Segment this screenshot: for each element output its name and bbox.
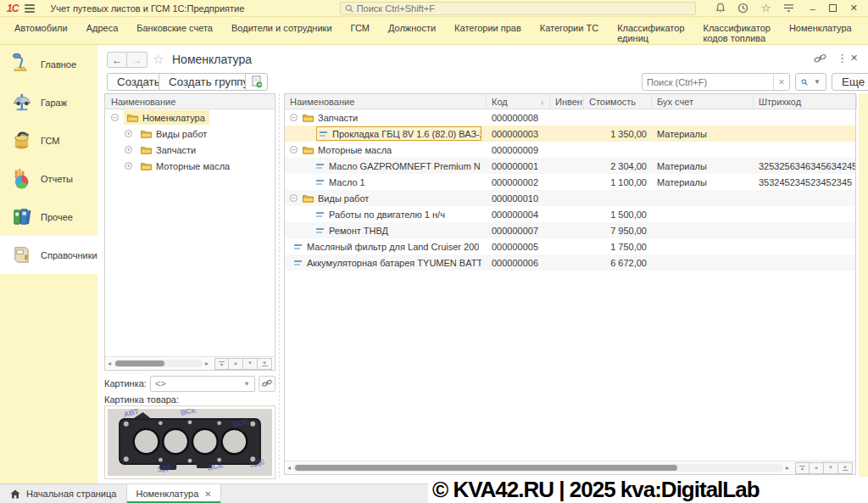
notifications-bell-icon[interactable] [715, 3, 726, 14]
list-search-box[interactable]: ✕ [642, 73, 790, 91]
service-menu-icon[interactable] [783, 3, 795, 14]
main-menu-icon[interactable] [25, 4, 35, 13]
create-group-button[interactable]: Создать группу [159, 73, 259, 91]
tree-column-header[interactable]: Наименование [105, 94, 275, 109]
more-button[interactable]: Еще▼ [832, 73, 868, 91]
global-search-input[interactable] [357, 3, 691, 14]
minimize-button[interactable]: – [810, 3, 815, 14]
cell [754, 254, 855, 271]
cell [754, 190, 855, 206]
maximize-button[interactable] [829, 4, 837, 12]
column-header-5[interactable]: Штрихкод [754, 94, 857, 109]
menu-item-2[interactable]: Банковские счета [127, 20, 222, 36]
column-header-0[interactable]: Наименование [285, 94, 487, 109]
scroll-right-icon[interactable]: ▸ [205, 360, 209, 367]
list-search-input[interactable] [643, 77, 773, 87]
collapse-icon[interactable]: − [290, 146, 298, 154]
table-row[interactable]: Масляный фильтр для Land Cruiser 2000000… [285, 238, 855, 254]
column-header-3[interactable]: Стоимость [584, 94, 652, 109]
menu-item-1[interactable]: Адреса [77, 20, 128, 36]
move-up-button[interactable]: ▲ [810, 462, 824, 474]
column-header-2[interactable]: Инвента... [550, 94, 584, 109]
menu-item-0[interactable]: Автомобили [5, 20, 77, 36]
sidebar-item-otchety[interactable]: Отчеты [0, 159, 97, 198]
menu-item-5[interactable]: Должности [379, 20, 445, 36]
column-header-4[interactable]: Бух счет [652, 94, 754, 109]
tree-h-scrollbar[interactable]: ◂ ▸ ▲ ▲ ▼ ▼ [105, 356, 275, 370]
back-button[interactable]: ← [107, 52, 127, 68]
table-row[interactable]: −Виды работ000000010 [285, 190, 855, 206]
favorites-star-icon[interactable]: ☆ [760, 3, 772, 14]
close-tab-icon[interactable]: ✕ [204, 489, 211, 499]
column-header-1[interactable]: Код↓ [487, 94, 550, 109]
list-scroll-track[interactable] [293, 464, 783, 472]
close-window-button[interactable]: ✕ [850, 3, 858, 14]
collapse-icon[interactable]: − [290, 114, 298, 121]
get-link-icon[interactable] [814, 53, 826, 65]
tree-node[interactable]: +Моторные масла [105, 158, 275, 174]
clear-search-icon[interactable]: ✕ [773, 74, 789, 90]
menu-item-4[interactable]: ГСМ [342, 20, 379, 36]
move-down-button[interactable]: ▼ [243, 358, 258, 370]
move-top-button[interactable]: ▲ [795, 462, 810, 474]
window-titlebar: 1С Учет путевых листов и ГСМ 1С:Предприя… [0, 0, 868, 17]
scroll-left-icon[interactable]: ◂ [108, 360, 111, 367]
row-name: Работы по двигателю 1 н/ч [329, 210, 445, 220]
expand-icon[interactable]: + [125, 146, 132, 154]
sidebar-item-garazh[interactable]: Гараж [0, 83, 97, 121]
tree-scroll-track[interactable] [114, 360, 203, 367]
move-top-button[interactable]: ▲ [214, 358, 229, 370]
menu-item-10[interactable]: Номенклатура [780, 20, 861, 36]
sidebar-item-prochee[interactable]: Прочее [0, 198, 97, 236]
cell: 353245234523452345 [754, 174, 855, 190]
copy-item-button[interactable] [245, 73, 268, 91]
tab-nomenklatura[interactable]: Номенклатура ✕ [126, 484, 220, 503]
picture-open-link-button[interactable] [259, 376, 275, 392]
menu-item-3[interactable]: Водители и сотрудники [222, 20, 342, 36]
chevron-down-icon[interactable]: ▼ [243, 380, 250, 388]
table-row[interactable]: Масло 10000000021 100,00Материалы3532452… [285, 174, 855, 190]
move-up-button[interactable]: ▲ [229, 358, 243, 370]
move-down-button[interactable]: ▼ [824, 462, 838, 474]
menu-item-11[interactable]: Номенклатура ПЛ [861, 20, 868, 36]
table-row[interactable]: Работы по двигателю 1 н/ч0000000041 500,… [285, 206, 855, 222]
folder-icon [303, 193, 314, 203]
list-h-scrollbar[interactable]: ◂ ▸ ▲ ▲ ▼ ▼ [285, 461, 855, 474]
panel-splitter[interactable] [279, 93, 280, 478]
expand-icon[interactable]: + [125, 162, 132, 170]
collapse-icon[interactable]: − [290, 194, 298, 202]
history-clock-icon[interactable] [737, 3, 749, 14]
table-row[interactable]: Аккумуляторная батарея TYUMEN BATTERY Тю… [285, 254, 855, 271]
scroll-right-icon[interactable]: ▸ [786, 464, 789, 472]
table-row[interactable]: Масло GAZPROMNEFT Premium N 5W-40 5 ...0… [285, 158, 855, 174]
table-row[interactable]: −Моторные масла000000009 [285, 142, 855, 158]
find-button[interactable]: ▼ [795, 73, 826, 91]
global-search-box[interactable] [340, 2, 696, 15]
sidebar-item-gsm[interactable]: ГСМ [0, 121, 97, 159]
table-row[interactable]: Прокладка ГБЦ 8V 1.6 (82.0) ВАЗ-2190 (ме… [285, 126, 855, 142]
sidebar-item-spravochniki[interactable]: Справочники [0, 236, 97, 274]
fuel-icon [10, 129, 33, 152]
forward-button[interactable]: → [127, 52, 147, 68]
move-bottom-button[interactable]: ▼ [258, 358, 272, 370]
expand-icon[interactable]: + [125, 130, 132, 137]
link-icon [262, 379, 272, 388]
menu-item-7[interactable]: Категории ТС [531, 20, 608, 36]
picture-field-input[interactable]: <> ▼ [150, 376, 255, 392]
collapse-icon[interactable]: − [111, 114, 119, 121]
add-favorite-star-icon[interactable]: ☆ [153, 52, 164, 67]
tree-node[interactable]: +Запчасти [105, 142, 275, 158]
menu-item-9[interactable]: Классификатор кодов топлива [694, 20, 780, 47]
table-row[interactable]: Ремонт ТНВД0000000077 950,00 [285, 222, 855, 238]
tab-home[interactable]: Начальная страница [0, 484, 126, 503]
scroll-left-icon[interactable]: ◂ [287, 464, 291, 472]
move-bottom-button[interactable]: ▼ [838, 462, 853, 474]
tree-node[interactable]: +Виды работ [105, 126, 275, 142]
table-row[interactable]: −Запчасти000000008 [285, 109, 855, 126]
more-actions-icon[interactable]: ⋮ [837, 52, 848, 64]
tree-node[interactable]: −Номенклатура [105, 109, 275, 126]
sidebar-item-glavnoe[interactable]: Главное [0, 45, 97, 83]
close-form-icon[interactable]: ✕ [850, 53, 858, 64]
menu-item-6[interactable]: Категории прав [445, 20, 531, 36]
cell [584, 142, 652, 158]
